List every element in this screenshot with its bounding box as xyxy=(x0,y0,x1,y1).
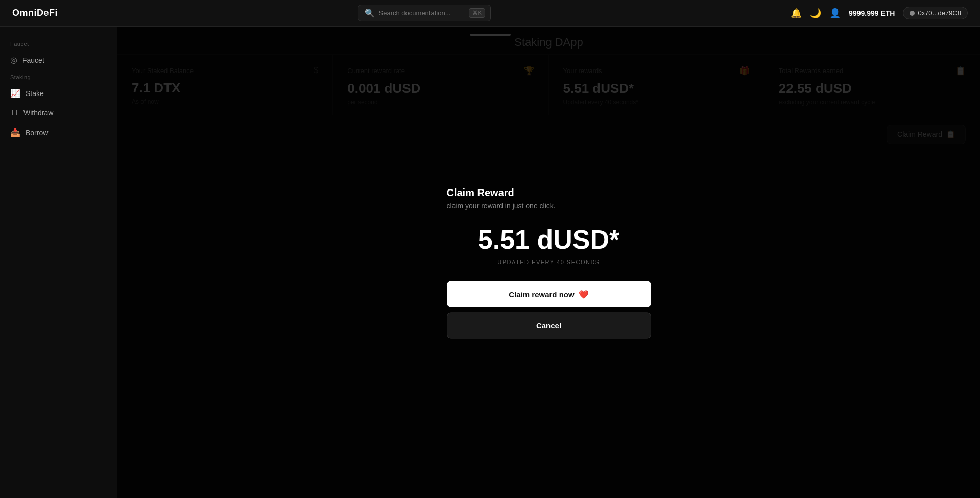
topnav: OmniDeFi 🔍 ⌘K 🔔 🌙 👤 9999.999 ETH 0x70...… xyxy=(0,0,980,27)
withdraw-icon: 🖥 xyxy=(10,108,18,117)
wallet-address-text: 0x70...de79C8 xyxy=(918,9,961,17)
search-icon: 🔍 xyxy=(365,8,375,18)
topnav-right: 🔔 🌙 👤 9999.999 ETH 0x70...de79C8 xyxy=(791,7,968,19)
heart-icon: ❤️ xyxy=(579,289,589,299)
sidebar-item-faucet[interactable]: ◎ Faucet xyxy=(0,50,117,70)
sidebar-item-stake-label: Stake xyxy=(26,89,44,98)
theme-toggle-icon[interactable]: 🌙 xyxy=(810,8,821,19)
notifications-icon[interactable]: 🔔 xyxy=(791,8,802,19)
sidebar-item-borrow[interactable]: 📥 Borrow xyxy=(0,123,117,143)
main-layout: Faucet ◎ Faucet Staking 📈 Stake 🖥 Withdr… xyxy=(0,27,980,498)
modal-cancel-button[interactable]: Cancel xyxy=(447,312,651,338)
sidebar-section-staking: Staking xyxy=(0,70,117,83)
search-input[interactable] xyxy=(379,9,465,17)
sidebar-section-faucet: Faucet xyxy=(0,37,117,50)
borrow-icon: 📥 xyxy=(10,128,20,137)
address-dot xyxy=(910,11,915,16)
faucet-icon: ◎ xyxy=(10,55,17,65)
modal-subtitle: claim your reward in just one click. xyxy=(447,201,556,209)
claim-reward-modal: Claim Reward claim your reward in just o… xyxy=(447,186,651,338)
sidebar-item-faucet-label: Faucet xyxy=(22,56,44,64)
app-logo: OmniDeFi xyxy=(12,8,58,18)
main-content: Staking DApp Your Staked Balance $ 7.1 D… xyxy=(117,27,980,498)
sidebar: Faucet ◎ Faucet Staking 📈 Stake 🖥 Withdr… xyxy=(0,27,117,498)
search-shortcut: ⌘K xyxy=(469,8,485,18)
eth-balance: 9999.999 ETH xyxy=(849,9,895,17)
sidebar-item-borrow-label: Borrow xyxy=(26,129,48,137)
modal-amount: 5.51 dUSD* xyxy=(478,224,619,254)
search-bar[interactable]: 🔍 ⌘K xyxy=(358,5,491,21)
sidebar-item-withdraw[interactable]: 🖥 Withdraw xyxy=(0,103,117,123)
stake-icon: 📈 xyxy=(10,88,20,98)
modal-update-label: UPDATED EVERY 40 SECONDS xyxy=(497,258,600,265)
sidebar-item-stake[interactable]: 📈 Stake xyxy=(0,83,117,103)
modal-drag-handle xyxy=(470,34,511,36)
modal-claim-label: Claim reward now xyxy=(509,290,574,298)
wallet-address-badge[interactable]: 0x70...de79C8 xyxy=(903,7,968,19)
user-icon[interactable]: 👤 xyxy=(829,8,841,19)
modal-claim-button[interactable]: Claim reward now ❤️ xyxy=(447,281,651,307)
modal-title: Claim Reward xyxy=(447,186,514,198)
sidebar-item-withdraw-label: Withdraw xyxy=(23,109,53,117)
